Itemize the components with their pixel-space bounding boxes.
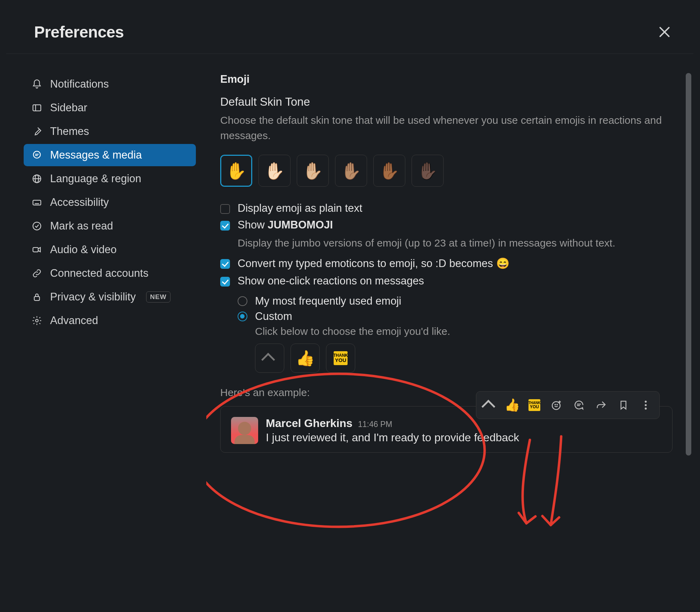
radio-most-frequent[interactable]: My most frequently used emoji <box>238 295 673 307</box>
sidebar-item-label: Mark as read <box>50 220 113 232</box>
opt-plain-text[interactable]: Display emoji as plain text <box>220 202 673 215</box>
label-convert: Convert my typed emoticons to emoji, so … <box>238 257 510 270</box>
emoji-choice-3[interactable]: THANKYOU <box>326 344 355 373</box>
sidebar-item-advanced[interactable]: Advanced <box>24 309 196 332</box>
svg-point-12 <box>33 222 41 230</box>
share-icon <box>595 399 607 411</box>
skin-tone-3[interactable]: ✋🏼 <box>297 155 329 187</box>
sidebar-item-themes[interactable]: Themes <box>24 120 196 143</box>
checkbox-convert[interactable] <box>220 259 230 269</box>
sidebar-item-sidebar[interactable]: Sidebar <box>24 97 196 119</box>
sidebar-item-accessibility[interactable]: Accessibility <box>24 191 196 214</box>
radio-input-frequent[interactable] <box>238 296 247 306</box>
bookmark-icon <box>618 399 629 411</box>
bell-icon <box>31 79 42 90</box>
skin-tone-4[interactable]: ✋🏽 <box>335 155 367 187</box>
svg-rect-13 <box>33 248 38 252</box>
thank-you-icon: THANKYOU <box>334 351 348 365</box>
sidebar-item-label: Privacy & visibility <box>50 291 136 303</box>
sidebar-item-label: Messages & media <box>50 149 142 161</box>
checkbox-jumbomoji[interactable] <box>220 221 230 231</box>
svg-point-4 <box>33 151 40 158</box>
sidebar-item-label: Advanced <box>50 314 98 327</box>
checkbox-oneclick[interactable] <box>220 277 230 287</box>
svg-point-16 <box>552 402 560 410</box>
toolbar-bookmark[interactable] <box>613 395 634 415</box>
section-emoji-heading: Emoji <box>220 73 673 86</box>
svg-point-18 <box>557 404 558 405</box>
sidebar-item-connected-accounts[interactable]: Connected accounts <box>24 262 196 284</box>
video-icon <box>31 244 42 255</box>
message-icon <box>31 150 42 161</box>
message-hover-toolbar: 👍 THANKYOU <box>476 391 660 419</box>
sidebar-item-label: Notifications <box>50 78 109 90</box>
example-message: 👍 THANKYOU <box>220 406 673 453</box>
sidebar-item-mark-as-read[interactable]: Mark as read <box>24 215 196 237</box>
toolbar-add-reaction[interactable] <box>547 395 567 415</box>
svg-point-17 <box>555 404 556 405</box>
opt-jumbomoji[interactable]: Show JUMBOMOJI <box>220 219 673 231</box>
message-author: Marcel Gherkins <box>266 417 352 430</box>
sidebar-item-label: Connected accounts <box>50 267 149 280</box>
skin-tone-6[interactable]: ✋🏿 <box>412 155 444 187</box>
preferences-sidebar: Notifications Sidebar Themes Messages & … <box>6 54 206 607</box>
toolbar-share[interactable] <box>591 395 611 415</box>
emoji-choice-2[interactable]: 👍 <box>291 344 320 373</box>
keyboard-icon <box>31 197 42 208</box>
dialog-header: Preferences <box>6 3 693 54</box>
sidebar-item-label: Sidebar <box>50 102 87 114</box>
sidebar-item-language-region[interactable]: Language & region <box>24 168 196 190</box>
new-badge: NEW <box>146 291 170 303</box>
radio-input-custom[interactable] <box>238 312 247 321</box>
label-jumbomoji: Show JUMBOMOJI <box>238 219 333 231</box>
toolbar-more[interactable] <box>636 395 656 415</box>
svg-point-22 <box>645 404 647 406</box>
more-icon <box>640 399 652 411</box>
scrollbar-thumb[interactable] <box>686 73 691 456</box>
custom-help: Click below to choose the emoji you'd li… <box>255 325 673 337</box>
toolbar-thumbs-up[interactable]: 👍 <box>502 395 522 415</box>
opt-oneclick-reactions[interactable]: Show one-click reactions on messages <box>220 275 673 287</box>
message-time: 11:46 PM <box>358 420 392 429</box>
skin-tone-options: ✋ ✋🏻 ✋🏼 ✋🏽 ✋🏾 ✋🏿 <box>220 155 673 187</box>
message-text: I just reviewed it, and I'm ready to pro… <box>266 431 662 444</box>
globe-icon <box>31 173 42 184</box>
radio-custom[interactable]: Custom <box>238 310 673 323</box>
opt-convert-emoticons[interactable]: Convert my typed emoticons to emoji, so … <box>220 257 673 270</box>
svg-rect-2 <box>33 105 41 111</box>
preferences-dialog: Preferences Notifications Sidebar <box>6 3 693 609</box>
checkbox-plain-text[interactable] <box>220 204 230 214</box>
toolbar-thankyou[interactable]: THANKYOU <box>524 395 544 415</box>
check-circle-icon <box>31 220 42 232</box>
sidebar-item-messages-media[interactable]: Messages & media <box>24 144 196 166</box>
emoji-choice-1[interactable] <box>255 344 284 373</box>
avatar <box>231 417 258 444</box>
skin-tone-1[interactable]: ✋ <box>220 155 252 187</box>
svg-rect-10 <box>33 200 41 205</box>
svg-rect-14 <box>34 297 40 300</box>
skin-tone-2[interactable]: ✋🏻 <box>258 155 291 187</box>
radio-label-frequent: My most frequently used emoji <box>255 295 401 307</box>
thread-icon <box>573 399 585 411</box>
smile-plus-icon <box>551 399 563 411</box>
desc-jumbomoji: Display the jumbo versions of emoji (up … <box>238 235 673 251</box>
gear-icon <box>31 315 42 326</box>
toolbar-thread[interactable] <box>569 395 589 415</box>
chevron-up-icon <box>261 353 275 367</box>
lock-icon <box>31 291 42 303</box>
sidebar-item-label: Audio & video <box>50 243 117 256</box>
preferences-content: Emoji Default Skin Tone Choose the defau… <box>206 54 693 607</box>
skin-tone-help: Choose the default skin tone that will b… <box>220 113 673 143</box>
sidebar-item-label: Themes <box>50 125 89 138</box>
sidebar-item-notifications[interactable]: Notifications <box>24 73 196 95</box>
toolbar-chevron[interactable] <box>480 395 500 415</box>
skin-tone-5[interactable]: ✋🏾 <box>373 155 405 187</box>
svg-point-23 <box>645 408 647 410</box>
sidebar-item-privacy-visibility[interactable]: Privacy & visibility NEW <box>24 286 196 308</box>
sidebar-item-audio-video[interactable]: Audio & video <box>24 239 196 261</box>
sidebar-item-label: Language & region <box>50 172 141 185</box>
label-plain-text: Display emoji as plain text <box>238 202 362 215</box>
close-button[interactable] <box>657 24 673 40</box>
svg-point-15 <box>35 319 38 322</box>
svg-point-21 <box>645 401 647 403</box>
